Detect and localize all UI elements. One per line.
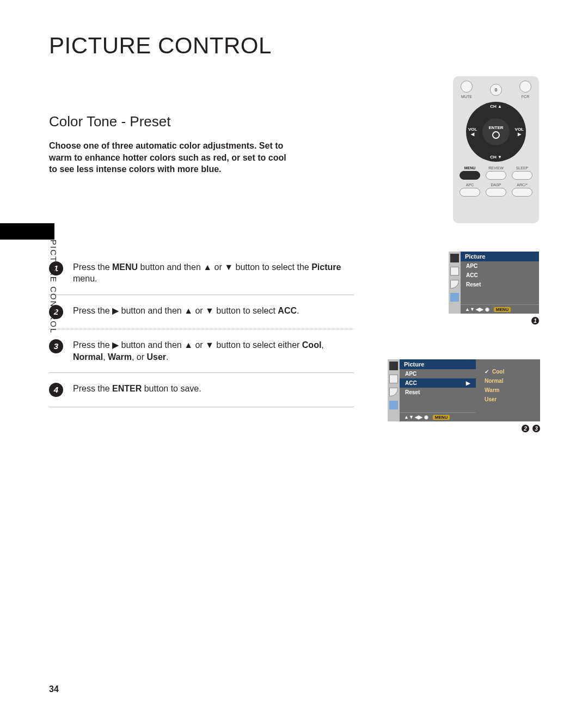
osd2-icons xyxy=(388,359,400,421)
fcr-button xyxy=(519,81,531,93)
osd2-menu: Picture APC ACC ▶ Reset ▲▼ ◀▶ ◉ MENU xyxy=(400,359,476,421)
step-4-text: Press the ENTER button to save. xyxy=(73,383,354,397)
osd-icon-picture xyxy=(450,254,459,262)
enter-button: ENTER xyxy=(482,118,510,145)
step-2: 2 Press the ▶ button and then ▲ or ▼ but… xyxy=(49,295,354,329)
osd1-header: Picture xyxy=(461,252,539,261)
osd1-menu: Picture APC ACC Reset ▲▼ ◀▶ ◉ MENU xyxy=(461,252,539,314)
osd-screenshot-2: Picture APC ACC ▶ Reset ▲▼ ◀▶ ◉ MENU ✓Co… xyxy=(388,359,540,432)
zero-button: 0 xyxy=(490,84,502,96)
step-4-number: 4 xyxy=(49,383,63,397)
arc-label: ARC/* xyxy=(517,183,527,187)
ch-down-label: CH ▼ xyxy=(490,155,502,160)
step-3-number: 3 xyxy=(49,339,63,353)
mute-label: MUTE xyxy=(461,95,472,99)
fcr-label: FCR xyxy=(522,95,529,99)
osd2-opt-cool: ✓Cool xyxy=(476,367,540,376)
osd-icon-star xyxy=(389,401,398,409)
osd2-item-reset: Reset xyxy=(400,388,476,397)
osd-icon-star xyxy=(450,293,459,302)
apc-label: APC xyxy=(466,183,474,187)
osd2-nav-icons: ▲▼ ◀▶ ◉ xyxy=(404,414,428,420)
osd1-menu-badge: MENU xyxy=(494,307,511,312)
steps-list: 1 Press the MENU button and then ▲ or ▼ … xyxy=(49,252,354,407)
dasp-label: DASP xyxy=(491,183,501,187)
side-label: PICTURE CONTROL xyxy=(49,240,58,334)
osd2-item-apc: APC xyxy=(400,369,476,378)
osd2-badge-3: 3 xyxy=(532,425,540,432)
osd2-footer: ▲▼ ◀▶ ◉ MENU xyxy=(400,412,476,421)
enter-label: ENTER xyxy=(488,125,503,130)
vol-left-label: VOL◀ xyxy=(468,127,477,137)
apc-button xyxy=(460,188,480,197)
mute-button xyxy=(461,81,473,93)
osd-icon-picture xyxy=(389,362,398,370)
osd1-badge-1: 1 xyxy=(531,317,539,325)
osd-icon-page xyxy=(450,267,459,276)
osd-icon-arc xyxy=(389,388,398,396)
page: PICTURE CONTROL PICTURE CONTROL Color To… xyxy=(0,0,588,716)
ch-up-label: CH ▲ xyxy=(490,104,502,109)
osd-screenshot-1: Picture APC ACC Reset ▲▼ ◀▶ ◉ MENU 1 xyxy=(449,252,539,325)
arc-button xyxy=(512,188,532,197)
osd1-item-acc: ACC xyxy=(461,271,539,280)
osd2-item-acc-selected: ACC ▶ xyxy=(400,378,476,388)
enter-dot-icon xyxy=(492,131,500,139)
review-label: REVIEW xyxy=(488,166,504,170)
chevron-right-icon: ▶ xyxy=(466,380,470,386)
osd2-opt-normal: Normal xyxy=(476,376,540,385)
osd2-opt-warm: Warm xyxy=(476,385,540,395)
menu-label: MENU xyxy=(464,166,476,170)
side-tab xyxy=(0,223,54,240)
step-1: 1 Press the MENU button and then ▲ or ▼ … xyxy=(49,252,354,295)
osd2-header: Picture xyxy=(400,359,476,369)
osd1-item-reset: Reset xyxy=(461,280,539,289)
step-2-text: Press the ▶ button and then ▲ or ▼ butto… xyxy=(73,305,354,319)
osd2-submenu: ✓Cool Normal Warm User xyxy=(476,359,540,421)
menu-button xyxy=(460,171,480,180)
sleep-label: SLEEP xyxy=(516,166,529,170)
review-button xyxy=(486,171,506,180)
osd-icon-arc xyxy=(450,280,459,289)
step-1-text: Press the MENU button and then ▲ or ▼ bu… xyxy=(73,261,354,285)
vol-right-label: VOL▶ xyxy=(515,127,524,137)
remote-control-illustration: MUTE 0 FCR CH ▲ CH ▼ VOL◀ VOL▶ ENTER MEN… xyxy=(453,76,539,223)
sleep-button xyxy=(512,171,532,180)
page-title: PICTURE CONTROL xyxy=(49,33,539,59)
page-number: 34 xyxy=(49,684,59,694)
step-3: 3 Press the ▶ button and then ▲ or ▼ but… xyxy=(49,329,354,373)
step-3-text: Press the ▶ button and then ▲ or ▼ butto… xyxy=(73,339,354,363)
section-intro: Choose one of three automatic color adju… xyxy=(49,140,289,175)
osd1-icons xyxy=(449,252,461,314)
osd2-menu-badge: MENU xyxy=(433,415,450,420)
osd1-footer: ▲▼ ◀▶ ◉ MENU xyxy=(461,304,539,314)
dasp-button xyxy=(486,188,506,197)
osd2-opt-user: User xyxy=(476,395,540,404)
step-4: 4 Press the ENTER button to save. xyxy=(49,373,354,407)
dpad: CH ▲ CH ▼ VOL◀ VOL▶ ENTER xyxy=(466,102,526,162)
osd2-badge-2: 2 xyxy=(522,425,529,432)
osd1-nav-icons: ▲▼ ◀▶ ◉ xyxy=(465,307,489,312)
check-icon: ✓ xyxy=(485,369,489,375)
osd1-item-apc: APC xyxy=(461,261,539,271)
osd-icon-page xyxy=(389,375,398,383)
